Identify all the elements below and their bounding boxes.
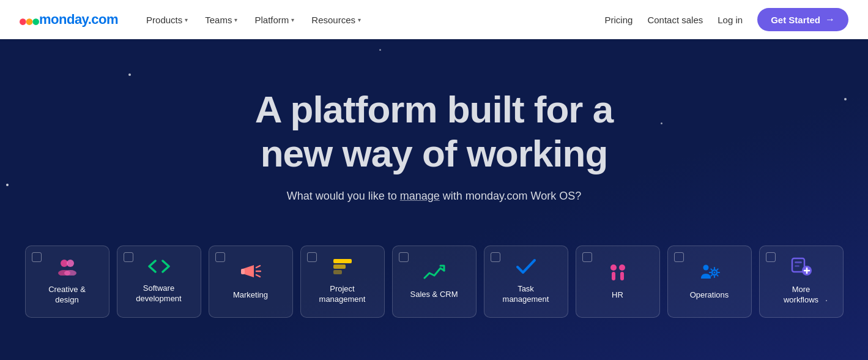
hero-content: A platform built for a new way of workin… xyxy=(243,63,625,246)
operations-icon xyxy=(699,263,721,284)
card-label: Taskmanagement xyxy=(503,284,549,305)
svg-point-4 xyxy=(67,260,74,267)
svg-rect-13 xyxy=(333,270,342,274)
nav-left: monday.com Products ▾ Teams ▾ Platform ▾… xyxy=(20,10,369,30)
card-checkbox xyxy=(124,252,133,262)
svg-rect-16 xyxy=(612,272,615,280)
svg-line-26 xyxy=(717,275,718,276)
card-more-workflows[interactable]: Moreworkflows xyxy=(759,246,844,318)
card-checkbox xyxy=(582,252,592,262)
hr-icon xyxy=(607,263,628,284)
card-label: Creative &design xyxy=(48,285,86,306)
svg-point-2 xyxy=(32,18,39,25)
logo-icon xyxy=(20,10,39,29)
add-board-icon xyxy=(791,257,812,279)
code-icon xyxy=(148,258,170,277)
nav-items: Products ▾ Teams ▾ Platform ▾ Resources … xyxy=(138,10,369,30)
navbar: monday.com Products ▾ Teams ▾ Platform ▾… xyxy=(0,0,868,39)
nav-right: Pricing Contact sales Log in Get Started… xyxy=(605,8,848,31)
card-checkbox xyxy=(491,252,500,262)
card-marketing[interactable]: Marketing xyxy=(209,246,293,318)
card-checkbox xyxy=(215,252,225,262)
svg-rect-11 xyxy=(333,259,352,263)
nav-item-products[interactable]: Products ▾ xyxy=(138,10,196,30)
check-icon xyxy=(516,258,536,278)
nav-item-platform[interactable]: Platform ▾ xyxy=(246,10,303,30)
card-checkbox xyxy=(674,252,684,262)
svg-line-10 xyxy=(256,275,260,277)
card-project-mgmt[interactable]: Projectmanagement xyxy=(300,246,385,318)
svg-rect-30 xyxy=(795,261,802,263)
hero-section: A platform built for a new way of workin… xyxy=(0,0,868,360)
chevron-down-icon: ▾ xyxy=(291,17,294,23)
card-operations[interactable]: Operations xyxy=(667,246,752,318)
svg-point-18 xyxy=(703,264,708,270)
contact-sales-link[interactable]: Contact sales xyxy=(647,15,703,25)
svg-point-15 xyxy=(619,264,625,271)
chevron-down-icon: ▾ xyxy=(185,17,188,23)
star-decoration xyxy=(661,122,662,124)
card-creative-design[interactable]: Creative &design xyxy=(25,246,109,318)
pricing-link[interactable]: Pricing xyxy=(605,15,633,25)
logo[interactable]: monday.com xyxy=(20,10,118,29)
star-decoration xyxy=(6,184,9,186)
nav-item-teams[interactable]: Teams ▾ xyxy=(196,10,246,30)
cards-row: Creative &design Softwaredevelopment xyxy=(0,246,868,336)
svg-line-25 xyxy=(711,269,711,269)
card-checkbox xyxy=(399,252,409,262)
card-label: Softwaredevelopment xyxy=(136,283,181,304)
svg-rect-17 xyxy=(620,272,624,280)
log-in-link[interactable]: Log in xyxy=(718,15,743,25)
get-started-button[interactable]: Get Started → xyxy=(757,8,848,31)
star-decoration xyxy=(844,98,847,100)
card-label: Marketing xyxy=(233,290,268,301)
svg-point-20 xyxy=(713,271,715,273)
star-decoration xyxy=(128,73,131,76)
card-label: Sales & CRM xyxy=(410,290,458,300)
card-label: Operations xyxy=(690,290,729,301)
card-task-mgmt[interactable]: Taskmanagement xyxy=(484,246,568,318)
svg-rect-31 xyxy=(795,265,799,267)
svg-point-14 xyxy=(610,264,617,271)
svg-point-0 xyxy=(20,18,26,25)
nav-item-resources[interactable]: Resources ▾ xyxy=(303,10,369,30)
card-label: HR xyxy=(612,290,623,301)
hero-title: A platform built for a new way of workin… xyxy=(255,88,613,175)
card-label: Moreworkflows xyxy=(784,285,818,306)
megaphone-icon xyxy=(240,263,261,284)
card-software-dev[interactable]: Softwaredevelopment xyxy=(117,246,201,318)
chevron-down-icon: ▾ xyxy=(234,17,237,23)
svg-point-1 xyxy=(26,18,33,25)
svg-rect-7 xyxy=(241,269,245,274)
svg-rect-12 xyxy=(333,264,346,269)
card-hr[interactable]: HR xyxy=(576,246,660,318)
hero-subtitle: What would you like to manage with monda… xyxy=(287,190,582,203)
svg-line-8 xyxy=(256,266,260,268)
star-decoration xyxy=(379,49,381,51)
card-label: Projectmanagement xyxy=(319,284,366,305)
card-checkbox xyxy=(32,252,42,262)
svg-line-28 xyxy=(717,269,718,269)
people-icon xyxy=(57,257,78,279)
arrow-icon: → xyxy=(825,14,835,25)
card-checkbox xyxy=(307,252,317,262)
chart-up-icon xyxy=(423,263,445,283)
card-checkbox xyxy=(766,252,776,262)
svg-line-27 xyxy=(711,275,711,276)
layers-icon xyxy=(332,258,353,278)
chevron-down-icon: ▾ xyxy=(358,17,361,23)
logo-wordmark: monday.com xyxy=(39,12,118,28)
card-sales-crm[interactable]: Sales & CRM xyxy=(392,246,477,318)
